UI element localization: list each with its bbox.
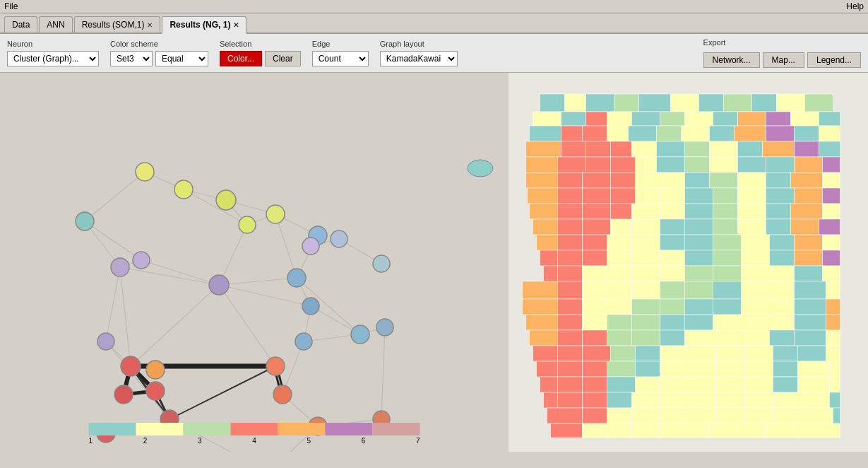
svg-rect-299 [636, 377, 660, 392]
svg-rect-307 [544, 392, 558, 408]
svg-rect-260 [558, 330, 583, 346]
map-svg[interactable] [509, 73, 868, 452]
svg-rect-295 [540, 377, 558, 392]
svg-rect-290 [717, 361, 745, 377]
svg-rect-198 [823, 235, 840, 250]
legend-labels: 1 2 3 4 5 6 7 [89, 437, 420, 445]
svg-rect-302 [717, 377, 745, 392]
svg-rect-306 [830, 377, 840, 392]
legend-button[interactable]: Legend... [807, 52, 861, 68]
svg-rect-127 [526, 157, 558, 172]
menu-help[interactable]: Help [846, 1, 864, 11]
svg-rect-245 [795, 299, 826, 315]
svg-rect-284 [558, 361, 583, 377]
svg-rect-309 [583, 392, 607, 408]
svg-rect-105 [583, 126, 607, 141]
clear-button[interactable]: Clear [265, 51, 301, 66]
svg-rect-109 [682, 126, 710, 141]
svg-rect-274 [611, 346, 636, 361]
edge-select[interactable]: Count Weight None [312, 51, 369, 66]
svg-rect-207 [742, 250, 770, 266]
color-scheme-select[interactable]: Set3 Set1 Set2 [110, 51, 153, 66]
svg-rect-286 [607, 361, 636, 377]
svg-rect-236 [558, 299, 583, 315]
tab-results-som[interactable]: Results (SOM,1) ✕ [74, 16, 161, 33]
svg-rect-248 [558, 315, 583, 330]
tab-results-ng[interactable]: Results (NG, 1) ✕ [162, 16, 246, 34]
svg-rect-251 [632, 315, 660, 330]
svg-rect-335 [710, 423, 766, 438]
svg-rect-90 [805, 94, 833, 112]
svg-rect-196 [770, 235, 795, 250]
svg-rect-185 [791, 219, 819, 235]
svg-rect-115 [526, 141, 561, 157]
svg-point-53 [266, 205, 285, 223]
svg-rect-238 [607, 299, 632, 315]
svg-rect-312 [660, 392, 685, 408]
tab-ann[interactable]: ANN [39, 16, 72, 33]
legend-seg-5 [278, 423, 326, 435]
svg-rect-114 [819, 126, 840, 141]
svg-rect-225 [583, 281, 607, 299]
svg-point-61 [302, 298, 319, 315]
svg-rect-197 [795, 235, 823, 250]
svg-rect-80 [540, 94, 565, 112]
svg-rect-249 [583, 315, 607, 330]
svg-rect-132 [657, 157, 685, 172]
svg-rect-296 [558, 377, 583, 392]
svg-rect-125 [795, 141, 819, 157]
svg-rect-190 [607, 235, 632, 250]
svg-rect-327 [773, 408, 798, 423]
svg-rect-95 [632, 112, 660, 126]
tab-results-som-close[interactable]: ✕ [147, 21, 153, 29]
svg-point-55 [111, 258, 129, 276]
tab-data[interactable]: Data [4, 16, 37, 33]
svg-rect-82 [586, 94, 614, 112]
neuron-select[interactable]: Cluster (Graph)... [7, 51, 99, 66]
svg-rect-280 [773, 346, 798, 361]
svg-rect-325 [717, 408, 745, 423]
graph-svg[interactable] [0, 73, 509, 452]
svg-rect-98 [713, 112, 738, 126]
svg-rect-213 [583, 266, 607, 281]
graph-panel: 1 2 3 4 5 6 7 [0, 73, 509, 452]
svg-rect-304 [773, 377, 798, 392]
svg-rect-269 [795, 330, 826, 346]
color-button[interactable]: Color... [220, 51, 262, 66]
svg-point-58 [97, 333, 114, 350]
svg-rect-226 [607, 281, 632, 299]
legend-label-6: 6 [362, 437, 366, 445]
svg-rect-89 [777, 94, 805, 112]
tab-results-ng-close[interactable]: ✕ [233, 21, 239, 29]
map-button[interactable]: Map... [763, 52, 804, 68]
legend-label-7: 7 [416, 437, 420, 445]
svg-rect-314 [717, 392, 745, 408]
network-button[interactable]: Network... [703, 52, 760, 68]
equal-select[interactable]: Equal Quantile [155, 51, 208, 66]
svg-rect-285 [583, 361, 607, 377]
svg-rect-308 [558, 392, 583, 408]
svg-rect-143 [636, 172, 657, 188]
svg-rect-97 [685, 112, 713, 126]
svg-rect-120 [657, 141, 685, 157]
svg-rect-138 [823, 157, 840, 172]
svg-rect-180 [660, 219, 685, 235]
svg-rect-243 [742, 299, 770, 315]
svg-rect-239 [632, 299, 660, 315]
svg-rect-315 [745, 392, 773, 408]
svg-rect-93 [586, 112, 607, 126]
menu-file[interactable]: File [4, 1, 18, 11]
svg-rect-147 [738, 172, 766, 188]
svg-rect-232 [770, 281, 795, 299]
color-scheme-label: Color scheme [110, 40, 208, 48]
svg-point-59 [287, 269, 306, 287]
svg-point-57 [209, 275, 229, 295]
graph-layout-select[interactable]: KamadaKawai Spring Circular [380, 51, 458, 66]
svg-rect-151 [528, 188, 558, 204]
svg-rect-253 [685, 315, 713, 330]
svg-rect-96 [660, 112, 685, 126]
svg-rect-337 [798, 423, 840, 438]
edge-group: Edge Count Weight None [312, 40, 369, 66]
svg-point-72 [273, 385, 292, 404]
svg-rect-332 [607, 423, 632, 438]
